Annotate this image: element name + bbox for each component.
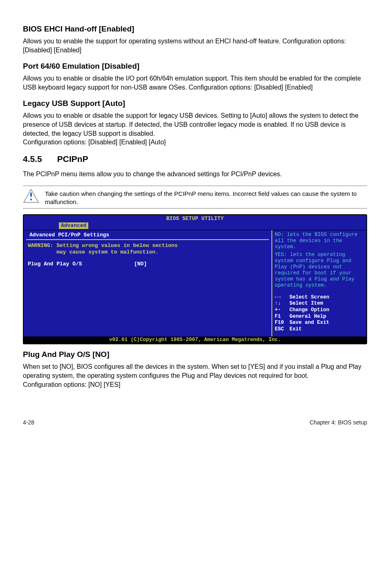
bios-help-1: NO: lets the BIOS configure all the devi…: [275, 232, 364, 250]
bios-help-2: YES: lets the operating system configure…: [275, 252, 364, 289]
section-intro: The PCIPnP menu items allow you to chang…: [23, 170, 367, 179]
key-f1: F1: [275, 314, 289, 320]
chapter-label: Chapter 4: BIOS setup: [309, 419, 367, 426]
bios-footer: v02.61 (C)Copyright 1985-2007, American …: [24, 337, 366, 344]
key-pm: +-: [275, 307, 289, 314]
bios-warn-2: may cause system to malfunction.: [28, 249, 267, 256]
heading-bios-ehci: BIOS EHCI Hand-off [Enabled]: [23, 25, 367, 34]
svg-point-1: [30, 192, 32, 197]
bios-right-pane: NO: lets the BIOS configure all the devi…: [272, 230, 366, 337]
bios-body: Advanced PCI/PnP Settings WARNING: Setti…: [24, 230, 366, 337]
key-lr: ←→: [275, 294, 289, 301]
key-esc: ESC: [275, 326, 289, 333]
caution-callout: Take caution when changing the settings …: [23, 186, 367, 209]
heading-plug-play: Plug And Play O/S [NO]: [23, 350, 367, 359]
bios-left-pane: Advanced PCI/PnP Settings WARNING: Setti…: [24, 230, 272, 337]
bios-warn-1: WARNING: Setting wrong values in below s…: [28, 242, 267, 249]
key-f1-text: General Help: [289, 314, 326, 319]
bios-tab-row: Advanced: [24, 222, 366, 230]
bios-left-content: WARNING: Setting wrong values in below s…: [25, 240, 271, 270]
page-number: 4-28: [23, 419, 34, 426]
bios-screenshot: BIOS SETUP UTILITY Advanced Advanced PCI…: [23, 214, 367, 344]
bios-setting-row: Plug And Play O/S [NO]: [28, 261, 267, 267]
para-plug-play: When set to [NO], BIOS configures all th…: [23, 362, 367, 389]
para-legacy-usb-1: Allows you to enable or disable the supp…: [23, 112, 359, 137]
section-title: PCIPnP: [57, 154, 88, 164]
page-footer: 4-28 Chapter 4: BIOS setup: [23, 417, 367, 426]
bios-keys: ←→Select Screen ↑↓Select Item +-Change O…: [275, 294, 364, 333]
bios-setting-value: [NO]: [134, 261, 147, 267]
key-esc-text: Exit: [289, 326, 302, 332]
section-heading-pcipnp: 4.5.5 PCIPnP: [23, 154, 367, 164]
para-plug-play-1: When set to [NO], BIOS configures all th…: [23, 363, 361, 379]
heading-port6460: Port 64/60 Emulation [Disabled]: [23, 62, 367, 71]
bios-title: BIOS SETUP UTILITY: [24, 215, 366, 222]
para-plug-play-2: Configuration options: [NO] [YES]: [23, 381, 120, 388]
bios-left-header: Advanced PCI/PnP Settings: [26, 231, 269, 240]
para-legacy-usb-2: Configuration options: [Disabled] [Enabl…: [23, 139, 166, 146]
key-lr-text: Select Screen: [289, 294, 329, 300]
key-ud: ↑↓: [275, 301, 289, 307]
key-f10-text: Save and Exit: [289, 320, 329, 325]
key-ud-text: Select Item: [289, 301, 323, 306]
heading-legacy-usb: Legacy USB Support [Auto]: [23, 99, 367, 108]
key-pm-text: Change Option: [289, 307, 329, 313]
caution-icon: [23, 189, 39, 205]
key-f10: F10: [275, 320, 289, 326]
para-port6460: Allows you to enable or disable the I/O …: [23, 74, 367, 92]
para-legacy-usb: Allows you to enable or disable the supp…: [23, 111, 367, 146]
bios-tab-advanced: Advanced: [59, 222, 88, 229]
bios-setting-label: Plug And Play O/S: [28, 261, 134, 267]
caution-text: Take caution when changing the settings …: [45, 189, 367, 206]
svg-point-2: [30, 199, 32, 200]
para-bios-ehci: Allows you to enable the support for ope…: [23, 37, 367, 54]
section-number: 4.5.5: [23, 154, 55, 164]
